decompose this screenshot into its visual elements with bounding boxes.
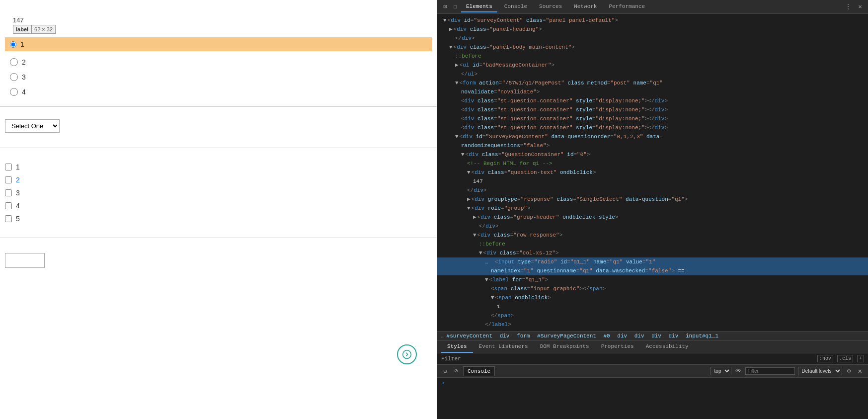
devtools-inspect-icon[interactable]: ⊡ (441, 3, 449, 11)
dom-line[interactable]: ▼<div class="panel-body main-content"> (437, 43, 868, 52)
checkbox-option-4[interactable]: 4 (5, 199, 432, 212)
checkbox-input-4[interactable] (5, 202, 12, 209)
dom-line[interactable]: ▼<div id="SurveyPageContent" data-questi… (437, 132, 868, 141)
console-filter-input[interactable] (745, 367, 795, 375)
dom-line[interactable]: <div class="st-question-container" style… (437, 114, 868, 123)
breadcrumb-0[interactable]: #0 (604, 333, 610, 339)
dom-line[interactable]: </ul> (437, 70, 868, 79)
checkbox-option-5[interactable]: 5 (5, 212, 432, 225)
checkbox-option-1[interactable]: 1 (5, 161, 432, 173)
tab-styles[interactable]: Styles (441, 341, 473, 353)
dom-line[interactable]: </div> (437, 34, 868, 43)
devtools-close-icon[interactable]: ✕ (856, 3, 864, 11)
tab-console[interactable]: Console (499, 1, 532, 12)
console-eye-icon[interactable]: 👁 (734, 367, 742, 375)
breadcrumb-form[interactable]: form (517, 333, 530, 339)
dom-line[interactable]: ::before (437, 52, 868, 61)
console-clear-icon[interactable]: ⊘ (452, 367, 460, 375)
checkbox-input-5[interactable] (5, 215, 12, 222)
tab-event-listeners[interactable]: Event Listeners (473, 341, 534, 353)
checkbox-input-2[interactable] (5, 176, 12, 183)
dom-line[interactable]: novalidate="novalidate"> (437, 87, 868, 96)
next-button[interactable] (397, 344, 417, 364)
add-badge[interactable]: + (857, 355, 864, 362)
checkbox-section: 1 2 3 4 5 (0, 156, 437, 230)
breadcrumb-div-5[interactable]: div (669, 333, 679, 339)
radio-input-2[interactable] (10, 58, 18, 66)
breadcrumb-div-2[interactable]: div (617, 333, 627, 339)
tab-sources[interactable]: Sources (534, 1, 567, 12)
select-one-dropdown[interactable]: Select One (5, 119, 60, 133)
hov-badge[interactable]: :hov (817, 355, 833, 362)
tab-properties[interactable]: Properties (595, 341, 640, 353)
dom-line[interactable]: ▶<ul id="badMessageContainer"> (437, 61, 868, 70)
dom-line[interactable]: ▼<div id="surveyContent" class="panel pa… (437, 16, 868, 25)
dom-line[interactable]: ::before (437, 240, 868, 249)
dom-line[interactable]: ▶<div grouptype="response" class="Single… (437, 195, 868, 204)
dom-line[interactable]: </label> (437, 320, 868, 329)
breadcrumb-input-q1[interactable]: input#q1_1 (686, 333, 718, 339)
styles-filter-input[interactable] (465, 356, 813, 362)
console-level-select[interactable]: Default levels (798, 367, 842, 375)
dom-line[interactable]: ▼<span ondblclick> (437, 293, 868, 302)
dom-line[interactable]: ▼<div class="col-xs-12"> (437, 249, 868, 257)
radio-input-4[interactable] (10, 88, 18, 96)
tab-elements[interactable]: Elements (461, 1, 497, 12)
checkbox-option-2[interactable]: 2 (5, 173, 432, 186)
dom-line[interactable]: ▼<form action="/57w1/q1/PagePost" class … (437, 79, 868, 87)
radio-option-highlighted[interactable]: 1 (5, 37, 432, 51)
radio-input-3[interactable] (10, 73, 18, 81)
dom-line[interactable]: ▼<div class="question-text" ondblclick> (437, 168, 868, 177)
console-close-button[interactable]: ✕ (856, 367, 864, 375)
tab-accessibility[interactable]: Accessibility (640, 341, 695, 353)
dom-line[interactable]: <span class="input-graphic"></span> (437, 284, 868, 293)
dom-line[interactable]: 1 (437, 302, 868, 311)
radio-option-2[interactable]: 2 (5, 55, 432, 69)
dom-line[interactable]: <div class="st-question-container" style… (437, 96, 868, 105)
radio-option-4[interactable]: 4 (5, 85, 432, 99)
console-settings-icon[interactable]: ⚙ (845, 367, 853, 375)
console-expand-icon[interactable]: ⊞ (441, 367, 449, 375)
dom-line[interactable]: ▼<div role="group"> (437, 204, 868, 213)
breadcrumb-div-4[interactable]: div (651, 333, 661, 339)
dom-line[interactable]: ▶<div class="panel-heading"> (437, 25, 868, 34)
dom-line[interactable]: ▶<div class="group-header" ondblclick st… (437, 213, 868, 222)
breadcrumb-div-1[interactable]: div (500, 333, 510, 339)
dom-line[interactable]: 147 (437, 177, 868, 186)
console-context-select[interactable]: top (710, 367, 731, 375)
dom-line[interactable]: </div> (437, 186, 868, 195)
text-input[interactable] (5, 253, 45, 268)
devtools-device-icon[interactable]: ☐ (451, 3, 459, 11)
checkbox-input-1[interactable] (5, 164, 12, 170)
radio-input-1[interactable] (10, 41, 16, 48)
breadcrumb-div-3[interactable]: div (634, 333, 644, 339)
checkbox-option-3[interactable]: 3 (5, 186, 432, 199)
dom-line[interactable]: <div class="st-question-container" style… (437, 105, 868, 114)
console-tab[interactable]: Console (463, 366, 495, 376)
tab-performance[interactable]: Performance (604, 1, 650, 12)
dom-line[interactable]: ▼<label for="q1_1"> (437, 275, 868, 284)
cls-badge[interactable]: .cls (837, 355, 853, 362)
dom-line[interactable]: randomizequestions="false"> (437, 141, 868, 150)
dom-line-highlighted-attr[interactable]: nameindex="1" questionname="q1" data-was… (437, 266, 868, 275)
checkbox-input-3[interactable] (5, 189, 12, 196)
breadcrumb-survey-page[interactable]: #SurveyPageContent (537, 333, 596, 339)
dom-line[interactable]: ▼<div class="row response"> (437, 231, 868, 240)
devtools-more-icon[interactable]: ⋮ (844, 3, 852, 11)
dom-line[interactable]: ▼<div class="QuestionContainer" id="0"> (437, 150, 868, 159)
svg-point-0 (403, 350, 411, 359)
dom-line-highlighted-input[interactable]: … <input type="radio" id="q1_1" name="q1… (437, 257, 868, 266)
dom-line[interactable]: </div> (437, 222, 868, 231)
dom-line[interactable]: <div class="st-question-container" style… (437, 123, 868, 132)
survey-panel: 147 label 62 × 32 1 2 3 4 Select O (0, 0, 437, 419)
tab-network[interactable]: Network (569, 1, 602, 12)
devtools-dom-tree: ▼<div id="surveyContent" class="panel pa… (437, 14, 868, 331)
radio-option-3[interactable]: 3 (5, 70, 432, 84)
dom-line[interactable]: </span> (437, 311, 868, 320)
console-toolbar: ⊞ ⊘ Console top 👁 Default levels ⚙ ✕ (437, 365, 868, 378)
tab-dom-breakpoints[interactable]: DOM Breakpoints (534, 341, 595, 353)
dom-line[interactable]: <!-- Begin HTML for q1 --> (437, 159, 868, 168)
label-badge: label (13, 25, 31, 34)
breadcrumb-survey-content[interactable]: #surveyContent (447, 333, 492, 339)
console-input[interactable] (448, 380, 864, 386)
